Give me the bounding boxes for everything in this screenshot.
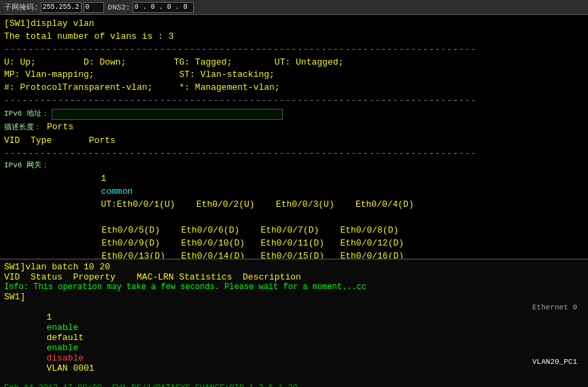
vlan20-pc1-label: VLAN20_PC1 [532,356,577,367]
total-vlans-line: The total number of vlans is : 3 [4,31,584,44]
vlan1-ports-2: Eth0/0/9(D) Eth0/0/10(D) Eth0/0/11(D) Et… [86,237,584,250]
legend-line-1: U: Up; D: Down; TG: Tagged; UT: Untagged… [4,56,584,69]
ipv6-addr-label: IPv6 地址： [4,109,49,120]
dns2-input[interactable] [133,2,194,13]
separator-1: ----------------------------------------… [4,44,584,56]
vid-status-header: VID Status Property MAC-LRN Statistics D… [4,272,584,282]
vid-header: VID Type Ports [4,135,584,148]
legend-line-3: #: ProtocolTransparent-vlan; *: Manageme… [4,82,584,95]
subnet-label: 子网掩码: [4,2,39,12]
separator-2: ----------------------------------------… [4,95,584,107]
subnet-input[interactable] [41,2,82,13]
bottom-terminal: SW1]vlan batch 10 20 VID Status Property… [0,258,588,387]
ipv6-address-input[interactable] [52,109,283,120]
subnet-group: 子网掩码: [4,2,104,13]
ports-label: Ports [47,121,73,134]
sw1-prompt-1: SW1] [4,292,584,302]
ethernet-label: Ethernet 0 [532,302,577,312]
snmp-msg-1: Feb 14 2013 17-08:00 SW1 DS/4/DATASYS_CH… [4,384,371,387]
ipv6-gw-label: IPv6 网关： [4,161,49,171]
separator-3: ----------------------------------------… [4,148,584,161]
legend-line-2: MP: Vlan-mapping; ST: Vlan-stacking; [4,69,584,82]
info-msg-line: Info: This operation may take a few seco… [4,282,584,292]
desc-len-label: 描述长度： [4,122,41,133]
subnet-last-input[interactable] [84,2,104,13]
vlan1-ports-1: Eth0/0/5(D) Eth0/0/6(D) Eth0/0/7(D) Eth0… [86,224,584,237]
dns2-group: DNS2: [108,2,194,13]
dns2-label: DNS2: [108,3,131,12]
batch-cmd-line: SW1]vlan batch 10 20 [4,262,584,272]
vlan-row-1: 1 enable default enable disable VLAN 000… [4,302,371,384]
top-config-bar: 子网掩码: DNS2: [0,0,588,15]
vlan1-row: 1 common UT:Eth0/0/1(U) Eth0/0/2(U) Eth0… [58,161,414,224]
prompt-line: [SW1]display vlan [4,18,584,31]
